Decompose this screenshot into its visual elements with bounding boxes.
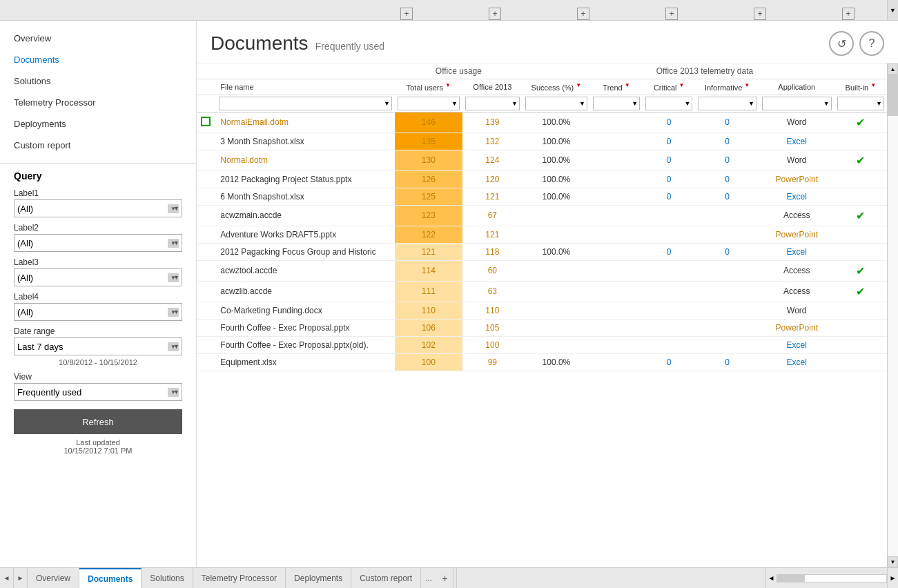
row-selector-cell[interactable] (197, 260, 216, 281)
total-users-cell[interactable]: 111 (395, 281, 462, 302)
col-application-header[interactable]: Application (759, 79, 834, 95)
critical-cell[interactable]: 0 (643, 188, 695, 205)
file-name-link[interactable]: Co-Marketing Funding.docx (220, 306, 322, 315)
col-informative-header[interactable]: Informative ▼ (695, 79, 759, 95)
vertical-scrollbar[interactable]: ▲ ▼ (887, 63, 898, 567)
col-builtin-header[interactable]: Built-in ▼ (834, 79, 887, 95)
col-total-header[interactable]: Total users ▼ (395, 79, 462, 95)
row-selector-cell[interactable] (197, 188, 216, 205)
hscroll-thumb[interactable] (777, 575, 805, 582)
office2013-cell[interactable]: 63 (462, 281, 523, 302)
office2013-link[interactable]: 124 (485, 155, 499, 165)
informative-cell[interactable]: 0 (695, 150, 759, 170)
office2013-cell[interactable]: 139 (462, 112, 523, 133)
critical-cell[interactable]: 0 (643, 133, 695, 150)
label1-select-wrapper[interactable]: (All) ▼ (14, 199, 182, 217)
refresh-icon-button[interactable]: ↺ (829, 31, 854, 56)
filter-application-cell[interactable]: ▼ (759, 95, 834, 112)
file-name-cell[interactable]: Fourth Coffee - Exec Proposal.pptx(old). (216, 336, 395, 353)
file-name-cell[interactable]: 2012 Pagacking Focus Group and Historic (216, 243, 395, 260)
label2-select[interactable]: (All) ▼ (14, 234, 182, 252)
critical-cell[interactable] (643, 281, 695, 302)
label4-select[interactable]: (All) ▼ (14, 303, 182, 321)
critical-cell[interactable]: 0 (643, 170, 695, 188)
filter-critical-cell[interactable]: ▼ (643, 95, 695, 112)
bottom-tab-solutions[interactable]: Solutions (141, 568, 193, 588)
col-critical-header[interactable]: Critical ▼ (643, 79, 695, 95)
office2013-cell[interactable]: 60 (462, 260, 523, 281)
file-name-link[interactable]: acwztool.accde (220, 266, 277, 275)
hscroll-left-arrow[interactable]: ◄ (765, 568, 777, 588)
label3-select[interactable]: (All) ▼ (14, 268, 182, 286)
filter-informative-cell[interactable]: ▼ (695, 95, 759, 112)
label4-select-wrapper[interactable]: (All) ▼ (14, 303, 182, 321)
total-users-link[interactable]: 125 (422, 192, 436, 202)
office2013-link[interactable]: 67 (488, 210, 497, 220)
office2013-link[interactable]: 139 (485, 117, 499, 127)
label2-select-wrapper[interactable]: (All) ▼ (14, 234, 182, 252)
informative-cell[interactable]: 0 (695, 353, 759, 371)
row-selector-cell[interactable] (197, 112, 216, 133)
informative-link[interactable]: 0 (725, 247, 730, 257)
informative-cell[interactable] (695, 281, 759, 302)
file-name-cell[interactable]: Equipment.xlsx (216, 353, 395, 371)
label1-select[interactable]: (All) ▼ (14, 199, 182, 217)
critical-link[interactable]: 0 (667, 247, 672, 257)
office2013-cell[interactable]: 121 (462, 226, 523, 243)
critical-cell[interactable]: 0 (643, 243, 695, 260)
total-users-cell[interactable]: 100 (395, 353, 462, 371)
file-name-cell[interactable]: acwzlib.accde (216, 281, 395, 302)
informative-cell[interactable]: 0 (695, 133, 759, 150)
tab-right-arrow[interactable]: ► (14, 568, 28, 588)
office2013-link[interactable]: 110 (485, 306, 499, 315)
label3-select-wrapper[interactable]: (All) ▼ (14, 268, 182, 286)
file-name-cell[interactable]: Co-Marketing Funding.docx (216, 302, 395, 319)
office2013-link[interactable]: 99 (488, 357, 497, 367)
bottom-tab-telemetry[interactable]: Telemetry Processor (193, 568, 286, 588)
row-selector-cell[interactable] (197, 205, 216, 226)
informative-link[interactable]: 0 (725, 192, 730, 202)
critical-link[interactable]: 0 (667, 117, 672, 127)
row-selector-cell[interactable] (197, 302, 216, 319)
informative-link[interactable]: 0 (725, 155, 730, 165)
total-users-cell[interactable]: 114 (395, 260, 462, 281)
row-selector-cell[interactable] (197, 319, 216, 336)
office2013-link[interactable]: 132 (485, 137, 499, 146)
sidebar-item-documents[interactable]: Documents (0, 49, 196, 70)
tab-add-btn-5[interactable]: + (754, 8, 766, 20)
file-name-cell[interactable]: NormalEmail.dotm (216, 112, 395, 133)
refresh-button[interactable]: Refresh (14, 409, 182, 434)
file-name-link[interactable]: acwzmain.accde (220, 210, 282, 220)
col-office2013-header[interactable]: Office 2013 (462, 79, 523, 95)
help-icon-button[interactable]: ? (859, 31, 884, 56)
tab-add-btn-4[interactable]: + (665, 8, 678, 20)
office2013-cell[interactable]: 105 (462, 319, 523, 336)
total-users-link[interactable]: 102 (422, 340, 436, 350)
informative-link[interactable]: 0 (725, 175, 730, 184)
hscroll-right-arrow[interactable]: ► (887, 568, 898, 588)
filter-builtin-cell[interactable]: ▼ (834, 95, 887, 112)
bottom-tab-overview[interactable]: Overview (28, 568, 79, 588)
row-selector-cell[interactable] (197, 243, 216, 260)
total-users-cell[interactable]: 110 (395, 302, 462, 319)
total-users-link[interactable]: 100 (422, 357, 436, 367)
informative-cell[interactable]: 0 (695, 170, 759, 188)
col-trend-header[interactable]: Trend ▼ (590, 79, 643, 95)
file-name-cell[interactable]: 6 Month Snapshot.xlsx (216, 188, 395, 205)
file-name-link[interactable]: Adventure Works DRAFT5.pptx (220, 230, 336, 239)
office2013-cell[interactable]: 124 (462, 150, 523, 170)
date-range-select-wrapper[interactable]: Last 7 days ▼ (14, 337, 182, 355)
total-users-link[interactable]: 146 (422, 117, 436, 127)
total-users-link[interactable]: 135 (422, 137, 436, 146)
total-users-link[interactable]: 130 (422, 155, 436, 165)
sidebar-item-deployments[interactable]: Deployments (0, 113, 196, 135)
critical-cell[interactable]: 0 (643, 353, 695, 371)
view-select-wrapper[interactable]: Frequently used ▼ (14, 383, 182, 401)
scroll-track[interactable] (888, 75, 898, 556)
col-filename-header[interactable]: File name (216, 79, 395, 95)
office2013-link[interactable]: 60 (488, 266, 497, 275)
row-selector-cell[interactable] (197, 226, 216, 243)
view-select[interactable]: Frequently used ▼ (14, 383, 182, 401)
file-name-cell[interactable]: Fourth Coffee - Exec Proposal.pptx (216, 319, 395, 336)
total-users-link[interactable]: 111 (422, 286, 436, 296)
